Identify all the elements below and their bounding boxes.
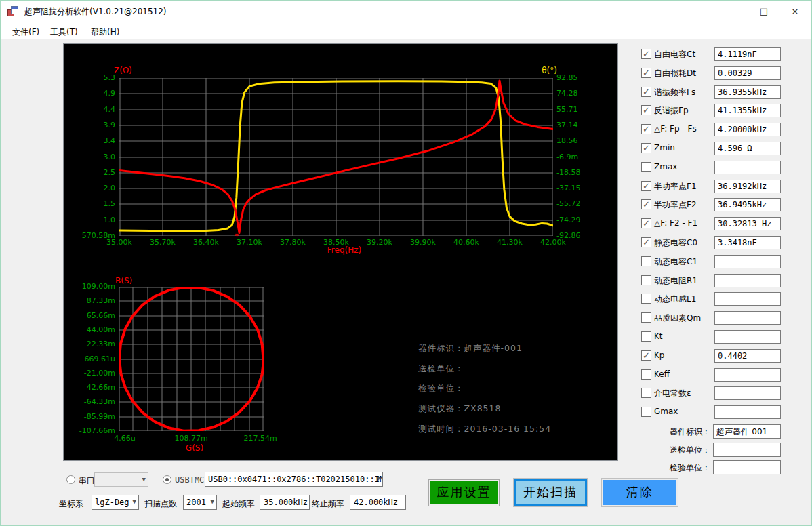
clear-button[interactable]: 清除: [601, 478, 678, 507]
extra-field-row: 送检单位：: [638, 443, 812, 458]
result-row: 动态电容C1: [638, 255, 784, 270]
usbtmc-address-select[interactable]: USB0::0x0471::0x2786::T020215010::INSTR▼: [205, 472, 383, 487]
z-tick-label: 1.5: [64, 199, 115, 209]
result-row: ✓Zmin4.596 Ω: [638, 142, 784, 157]
result-value-field[interactable]: 4.596 Ω: [714, 142, 781, 155]
start-scan-button[interactable]: 开始扫描: [513, 478, 588, 507]
checkbox-checked[interactable]: ✓: [641, 105, 651, 115]
checkbox-unchecked[interactable]: [641, 388, 651, 398]
result-value-field[interactable]: 0.00329: [714, 66, 781, 80]
z-tick-label: 3.4: [64, 136, 115, 146]
checkbox-unchecked[interactable]: [641, 312, 651, 323]
result-label: 动态电阻R1: [654, 275, 697, 287]
theta-tick-label: -6.9m: [556, 153, 578, 162]
result-value-field[interactable]: [714, 161, 781, 174]
extra-field-input[interactable]: 超声器件-001: [713, 424, 781, 439]
b-tick-label: -42.66m: [64, 383, 115, 392]
info-label: 测试时间：: [418, 424, 464, 434]
maximize-button[interactable]: □: [748, 1, 779, 22]
checkbox-checked[interactable]: ✓: [641, 143, 651, 153]
chevron-down-icon: ▼: [133, 498, 136, 505]
checkbox-checked[interactable]: ✓: [641, 237, 651, 247]
result-value-field[interactable]: [714, 292, 781, 306]
result-value-field[interactable]: 36.9495kHz: [714, 198, 781, 211]
apply-settings-button[interactable]: 应用设置: [428, 479, 500, 506]
theta-tick-label: -74.29: [556, 216, 580, 225]
result-value-field[interactable]: 3.3418nF: [714, 236, 781, 249]
result-label: 反谐振Fp: [654, 105, 689, 117]
result-value-field[interactable]: 36.9355kHz: [714, 85, 781, 99]
minimize-button[interactable]: –: [717, 1, 748, 22]
checkbox-unchecked[interactable]: [641, 162, 651, 172]
result-value-field[interactable]: 41.1355kHz: [714, 104, 781, 117]
checkbox-checked[interactable]: ✓: [641, 350, 651, 361]
result-row: 动态电阻R1: [638, 274, 784, 289]
start-freq-input[interactable]: 35.000kHz: [260, 495, 310, 510]
result-row: ✓反谐振Fp41.1355kHz: [638, 104, 784, 119]
info-line: 测试时间：2016-03-16 15:54: [418, 424, 551, 435]
checkbox-unchecked[interactable]: [641, 331, 651, 342]
result-label: △F: Fp - Fs: [654, 124, 697, 134]
result-value-field[interactable]: 30.32813 Hz: [714, 217, 781, 230]
result-value-field[interactable]: 36.9192kHz: [714, 180, 781, 193]
result-row: Zmax: [638, 161, 784, 176]
checkbox-checked[interactable]: ✓: [641, 49, 651, 59]
result-label: 品质因素Qm: [654, 312, 701, 324]
checkbox-unchecked[interactable]: [641, 275, 651, 285]
sweep-points-select[interactable]: 2001▼: [183, 495, 217, 510]
checkbox-unchecked[interactable]: [641, 407, 651, 417]
serial-port-select[interactable]: ▼: [94, 472, 148, 487]
result-value-field[interactable]: [714, 330, 781, 344]
info-line: 测试仪器：ZX8518: [418, 403, 501, 415]
impedance-phase-plot: [119, 78, 553, 236]
b-tick-label: 87.33m: [64, 296, 115, 306]
coord-system-select[interactable]: lgZ-Deg▼: [92, 495, 139, 510]
info-line: 检验单位：: [418, 383, 464, 394]
result-value-field[interactable]: [714, 255, 781, 268]
menu-tools[interactable]: 工具(T): [46, 25, 82, 39]
theta-tick-label: -37.15: [556, 184, 580, 193]
result-value-field[interactable]: [714, 311, 781, 325]
close-button[interactable]: ×: [779, 1, 811, 22]
result-value-field[interactable]: 4.1119nF: [714, 47, 781, 61]
result-value-field[interactable]: [714, 274, 781, 287]
checkbox-checked[interactable]: ✓: [641, 181, 651, 191]
result-label: Kt: [654, 331, 663, 341]
freq-tick-label: 35.70k: [145, 238, 180, 247]
checkbox-unchecked[interactable]: [641, 369, 651, 380]
result-value-field[interactable]: [714, 368, 781, 382]
extra-field-input[interactable]: [713, 460, 781, 474]
checkbox-checked[interactable]: ✓: [641, 218, 651, 228]
checkbox-unchecked[interactable]: [641, 256, 651, 266]
checkbox-checked[interactable]: ✓: [641, 199, 651, 209]
result-label: 介电常数ε: [654, 388, 691, 399]
stop-freq-input[interactable]: 42.000kHz: [350, 495, 406, 510]
menu-file[interactable]: 文件(F): [8, 25, 43, 39]
menu-help[interactable]: 帮助(H): [87, 25, 123, 39]
extra-field-label: 送检单位：: [670, 445, 710, 456]
usbtmc-radio[interactable]: [163, 475, 171, 484]
result-value-field[interactable]: 0.4402: [714, 349, 781, 363]
result-value-field[interactable]: [714, 405, 781, 419]
z-tick-label: 4.4: [64, 105, 115, 115]
result-label: Keff: [654, 369, 670, 379]
freq-tick-label: 35.00k: [102, 238, 137, 247]
result-row: ✓△F: Fp - Fs4.20000kHz: [638, 123, 784, 138]
extra-field-input[interactable]: [713, 443, 781, 457]
app-icon: [7, 6, 18, 17]
result-row: ✓Kp0.4402: [638, 349, 784, 364]
result-row: ✓静态电容C03.3418nF: [638, 236, 784, 251]
result-row: Kt: [638, 330, 784, 345]
result-value-field[interactable]: 4.20000kHz: [714, 123, 781, 136]
result-label: Zmax: [654, 162, 677, 171]
serial-radio[interactable]: [66, 475, 75, 484]
result-value-field[interactable]: [714, 386, 781, 400]
theta-tick-label: 18.56: [556, 136, 578, 146]
checkbox-unchecked[interactable]: [641, 294, 651, 304]
z-tick-label: 2.0: [64, 184, 115, 193]
b-tick-label: -64.33m: [64, 397, 115, 407]
checkbox-checked[interactable]: ✓: [641, 68, 651, 78]
checkbox-checked[interactable]: ✓: [641, 87, 651, 97]
freq-tick-label: 37.10k: [232, 238, 267, 247]
checkbox-checked[interactable]: ✓: [641, 124, 651, 134]
